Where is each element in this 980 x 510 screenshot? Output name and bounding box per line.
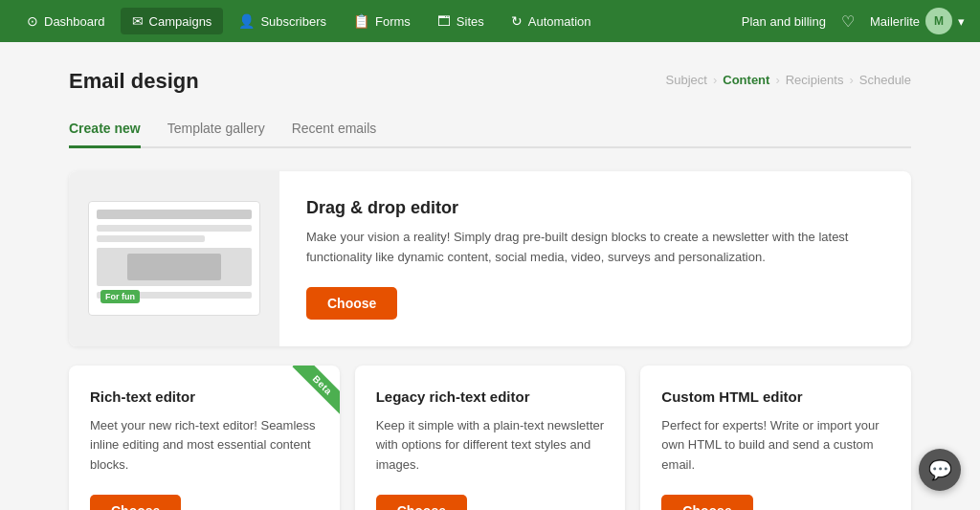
nav-item-subscribers[interactable]: 👤 Subscribers bbox=[227, 8, 338, 34]
nav-left: ⊙ Dashboard ✉ Campaigns 👤 Subscribers 📋 … bbox=[15, 8, 742, 34]
nav-item-forms[interactable]: 📋 Forms bbox=[342, 8, 422, 34]
card-custom-html-description: Perfect for experts! Write or import you… bbox=[661, 416, 890, 476]
preview-image-block bbox=[97, 248, 252, 286]
brand-name: Mailerlite bbox=[870, 14, 920, 29]
nav-label-forms: Forms bbox=[375, 14, 411, 29]
nav-label-subscribers: Subscribers bbox=[260, 14, 326, 29]
campaigns-icon: ✉ bbox=[132, 13, 144, 29]
card-custom-html-choose-button[interactable]: Choose bbox=[661, 495, 752, 510]
card-rich-text-title: Rich-text editor bbox=[90, 388, 319, 405]
dnd-description: Make your vision a reality! Simply drag … bbox=[306, 228, 884, 268]
avatar: M bbox=[925, 8, 952, 34]
preview-body-bar-2 bbox=[97, 235, 205, 242]
tab-create-new[interactable]: Create new bbox=[69, 113, 141, 148]
dnd-choose-button[interactable]: Choose bbox=[306, 287, 397, 320]
nav-label-campaigns: Campaigns bbox=[149, 14, 212, 29]
card-legacy-description: Keep it simple with a plain-text newslet… bbox=[376, 416, 605, 476]
card-rich-text: Beta Rich-text editor Meet your new rich… bbox=[69, 366, 340, 510]
heart-icon[interactable]: ♡ bbox=[841, 12, 855, 31]
tabs-row: Create new Template gallery Recent email… bbox=[69, 113, 911, 148]
nav-label-automation: Automation bbox=[528, 14, 591, 29]
chat-bubble-button[interactable]: 💬 bbox=[919, 449, 961, 491]
card-rich-text-choose-button[interactable]: Choose bbox=[90, 495, 181, 510]
nav-label-dashboard: Dashboard bbox=[44, 14, 105, 29]
nav-item-campaigns[interactable]: ✉ Campaigns bbox=[121, 8, 224, 34]
tab-template-gallery[interactable]: Template gallery bbox=[167, 113, 265, 148]
breadcrumb-subject[interactable]: Subject bbox=[666, 73, 707, 87]
nav-right: Plan and billing ♡ Mailerlite M ▾ bbox=[742, 8, 965, 34]
chat-icon: 💬 bbox=[928, 458, 952, 481]
cards-row: Beta Rich-text editor Meet your new rich… bbox=[69, 366, 911, 510]
dnd-title: Drag & drop editor bbox=[306, 198, 884, 218]
nav-item-sites[interactable]: 🗔 Sites bbox=[426, 8, 496, 34]
preview-image-inner bbox=[127, 254, 220, 280]
navbar: ⊙ Dashboard ✉ Campaigns 👤 Subscribers 📋 … bbox=[0, 0, 980, 42]
drag-drop-card: For fun Drag & drop editor Make your vis… bbox=[69, 171, 911, 346]
user-chevron-icon: ▾ bbox=[958, 14, 965, 29]
dashboard-icon: ⊙ bbox=[27, 13, 38, 29]
preview-badge: For fun bbox=[100, 290, 140, 303]
page-header: Email design Subject › Content › Recipie… bbox=[69, 69, 911, 94]
nav-item-automation[interactable]: ↻ Automation bbox=[500, 8, 603, 34]
dnd-content: Drag & drop editor Make your vision a re… bbox=[279, 171, 911, 346]
card-legacy-rich-text: Legacy rich-text editor Keep it simple w… bbox=[355, 366, 626, 510]
dnd-preview: For fun bbox=[69, 171, 279, 346]
main-content: Email design Subject › Content › Recipie… bbox=[31, 42, 949, 510]
dnd-preview-inner: For fun bbox=[88, 201, 260, 316]
breadcrumb-recipients[interactable]: Recipients bbox=[786, 73, 844, 87]
card-custom-html: Custom HTML editor Perfect for experts! … bbox=[640, 366, 911, 510]
card-custom-html-title: Custom HTML editor bbox=[661, 388, 890, 405]
nav-item-dashboard[interactable]: ⊙ Dashboard bbox=[15, 8, 117, 34]
breadcrumb-sep-1: › bbox=[713, 73, 717, 87]
card-rich-text-description: Meet your new rich-text editor! Seamless… bbox=[90, 416, 319, 476]
card-legacy-title: Legacy rich-text editor bbox=[376, 388, 605, 405]
breadcrumb-schedule[interactable]: Schedule bbox=[859, 73, 911, 87]
preview-header-bar bbox=[97, 210, 252, 219]
breadcrumb-sep-2: › bbox=[775, 73, 779, 87]
plan-billing-link[interactable]: Plan and billing bbox=[742, 14, 826, 29]
page-title: Email design bbox=[69, 69, 199, 94]
card-legacy-choose-button[interactable]: Choose bbox=[376, 495, 467, 510]
breadcrumb: Subject › Content › Recipients › Schedul… bbox=[666, 73, 911, 87]
subscribers-icon: 👤 bbox=[238, 13, 255, 29]
brand-menu[interactable]: Mailerlite M ▾ bbox=[870, 8, 965, 34]
nav-label-sites: Sites bbox=[457, 14, 484, 29]
preview-body-bar-1 bbox=[97, 225, 252, 232]
sites-icon: 🗔 bbox=[437, 13, 451, 29]
automation-icon: ↻ bbox=[511, 13, 523, 29]
breadcrumb-content[interactable]: Content bbox=[723, 73, 769, 87]
tab-recent-emails[interactable]: Recent emails bbox=[292, 113, 377, 148]
forms-icon: 📋 bbox=[353, 13, 369, 29]
breadcrumb-sep-3: › bbox=[849, 73, 853, 87]
